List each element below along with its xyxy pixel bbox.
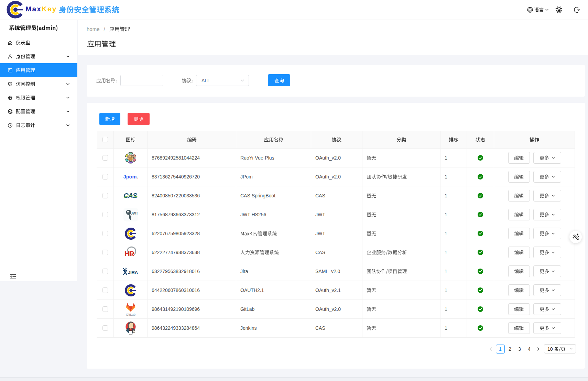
svg-text:JWT: JWT: [131, 211, 138, 215]
svg-text:GitLab: GitLab: [126, 313, 135, 316]
svg-text:HR: HR: [124, 250, 134, 258]
svg-text:JIRA: JIRA: [128, 270, 138, 275]
